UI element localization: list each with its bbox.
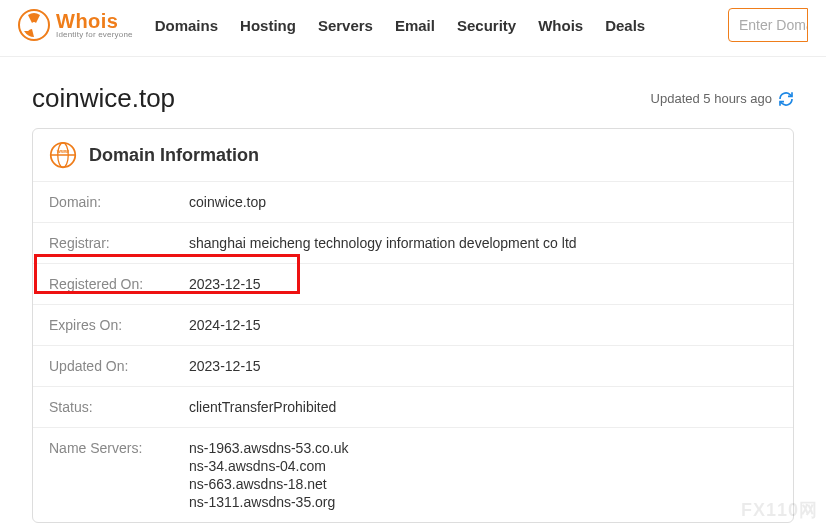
label-registrar: Registrar: xyxy=(49,235,189,251)
label-registered-on: Registered On: xyxy=(49,276,189,292)
nav-email[interactable]: Email xyxy=(395,17,435,34)
ns-2: ns-663.awsdns-18.net xyxy=(189,476,349,492)
logo-icon xyxy=(18,9,50,41)
content: coinwice.top Updated 5 hours ago www Dom… xyxy=(0,57,826,528)
row-expires-on: Expires On: 2024-12-15 xyxy=(33,305,793,346)
row-domain: Domain: coinwice.top xyxy=(33,182,793,223)
watermark: FX110网 xyxy=(741,498,818,522)
ns-1: ns-34.awsdns-04.com xyxy=(189,458,349,474)
value-registrar: shanghai meicheng technology information… xyxy=(189,235,577,251)
nav-deals[interactable]: Deals xyxy=(605,17,645,34)
title-row: coinwice.top Updated 5 hours ago xyxy=(32,83,794,114)
value-name-servers: ns-1963.awsdns-53.co.uk ns-34.awsdns-04.… xyxy=(189,440,349,510)
nav-domains[interactable]: Domains xyxy=(155,17,218,34)
row-registrar: Registrar: shanghai meicheng technology … xyxy=(33,223,793,264)
www-icon: www xyxy=(49,141,77,169)
nav-whois[interactable]: Whois xyxy=(538,17,583,34)
nav-security[interactable]: Security xyxy=(457,17,516,34)
label-status: Status: xyxy=(49,399,189,415)
search-input[interactable]: Enter Domain xyxy=(728,8,808,42)
ns-3: ns-1311.awsdns-35.org xyxy=(189,494,349,510)
value-registered-on: 2023-12-15 xyxy=(189,276,261,292)
card-title: Domain Information xyxy=(89,145,259,166)
main-nav: Domains Hosting Servers Email Security W… xyxy=(155,17,728,34)
label-updated-on: Updated On: xyxy=(49,358,189,374)
svg-text:www: www xyxy=(56,148,70,154)
row-registered-on: Registered On: 2023-12-15 xyxy=(33,264,793,305)
page-title: coinwice.top xyxy=(32,83,175,114)
refresh-icon[interactable] xyxy=(778,91,794,107)
nav-servers[interactable]: Servers xyxy=(318,17,373,34)
logo-text: Whois xyxy=(56,11,133,31)
value-status: clientTransferProhibited xyxy=(189,399,336,415)
value-domain: coinwice.top xyxy=(189,194,266,210)
value-updated-on: 2023-12-15 xyxy=(189,358,261,374)
row-status: Status: clientTransferProhibited xyxy=(33,387,793,428)
nav-hosting[interactable]: Hosting xyxy=(240,17,296,34)
logo-subtext: Identity for everyone xyxy=(56,31,133,39)
row-updated-on: Updated On: 2023-12-15 xyxy=(33,346,793,387)
logo[interactable]: Whois Identity for everyone xyxy=(18,9,133,41)
topbar: Whois Identity for everyone Domains Host… xyxy=(0,0,826,57)
card-header: www Domain Information xyxy=(33,129,793,182)
label-expires-on: Expires On: xyxy=(49,317,189,333)
row-name-servers: Name Servers: ns-1963.awsdns-53.co.uk ns… xyxy=(33,428,793,522)
domain-info-card: www Domain Information Domain: coinwice.… xyxy=(32,128,794,523)
updated-status: Updated 5 hours ago xyxy=(651,91,794,107)
ns-0: ns-1963.awsdns-53.co.uk xyxy=(189,440,349,456)
value-expires-on: 2024-12-15 xyxy=(189,317,261,333)
updated-text: Updated 5 hours ago xyxy=(651,91,772,106)
label-domain: Domain: xyxy=(49,194,189,210)
label-name-servers: Name Servers: xyxy=(49,440,189,510)
